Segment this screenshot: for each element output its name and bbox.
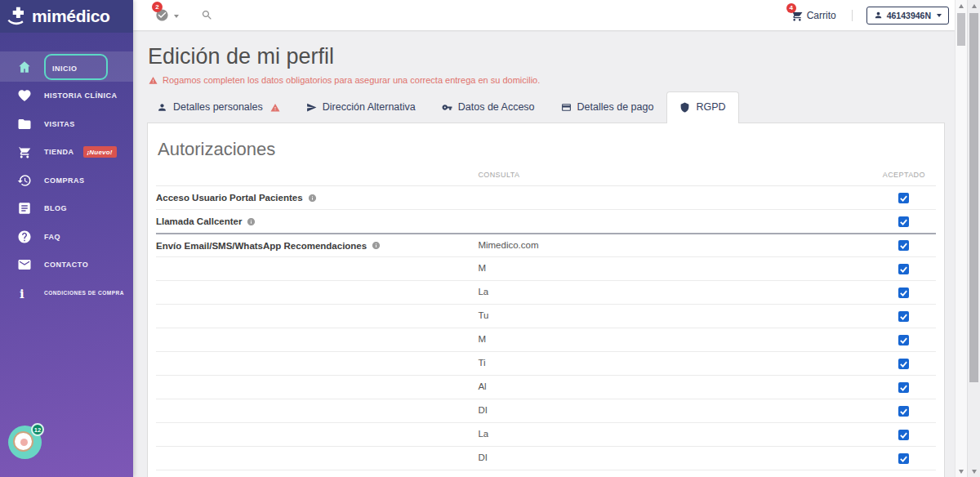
folder-icon [17,117,32,132]
scroll-down-icon[interactable] [968,466,980,477]
search-button[interactable] [201,9,213,21]
tab-label: RGPD [696,101,725,114]
info-icon: i [20,287,30,299]
consulta-value: Al [478,381,486,391]
newspaper-icon [17,201,32,216]
tab-label: Detalles personales [173,101,263,114]
window-scrollbar[interactable] [967,0,980,477]
notification-badge: 2 [152,2,163,12]
user-id: 46143946N [887,11,931,20]
accepted-checkbox[interactable] [898,216,909,227]
authorizations-table: CONSULTA ACEPTADO Acceso Usuario Portal … [156,171,936,470]
warning-triangle-icon [149,76,158,85]
table-row: Acceso Usuario Portal Pacientes [156,186,936,210]
column-header-name [156,171,478,186]
active-item-outline: INICIO [44,54,108,80]
sidebar-item-label: COMPRAS [44,176,85,185]
sidebar-nav: INICIOHISTORIA CLÍNICAVISITASTIENDA¡Nuev… [0,51,133,307]
new-badge: ¡Nuevo! [83,146,117,158]
table-row: Ti [156,352,936,376]
notifications-button[interactable]: 2 [155,8,179,22]
sidebar-item-blog[interactable]: BLOG [0,194,133,223]
table-row: La [156,423,936,447]
sidebar-item-label: CONDICIONES DE COMPRA [44,290,124,296]
tab-detalles-personales[interactable]: Detalles personales [144,91,293,123]
authorization-name: Envío Email/SMS/WhatsApp Recomendaciones [156,241,367,251]
user-icon [157,102,167,113]
brand-logo[interactable]: mimédico [0,0,133,33]
scroll-down-icon[interactable] [956,466,967,477]
warning-icon [270,103,280,113]
consulta-value: DI [478,405,488,415]
inner-scrollbar[interactable] [955,0,967,477]
table-row: Llamada Callcenter [156,210,936,234]
caret-down-icon [174,15,179,18]
heartbeat-icon [17,88,32,103]
accepted-checkbox[interactable] [898,406,909,417]
accepted-checkbox[interactable] [898,193,909,203]
info-circle-icon[interactable] [308,194,317,203]
sidebar-item-contacto[interactable]: CONTACTO [0,251,133,279]
accepted-checkbox[interactable] [898,335,909,345]
tab-rgpd[interactable]: RGPD [666,91,738,123]
column-header-aceptado: ACEPTADO [872,171,936,186]
tab-panel-rgpd: Autorizaciones CONSULTA ACEPTADO Acceso … [147,123,945,477]
sidebar-item-compras[interactable]: COMPRAS [0,167,133,195]
envelope-icon [17,257,32,272]
form-warning: Rogamos completen los datos obligatorios… [149,75,955,85]
tab-detalles-de-pago[interactable]: Detalles de pago [548,91,667,123]
accepted-checkbox[interactable] [898,240,909,251]
sidebar-item-label: CONTACTO [44,261,88,269]
consulta-value: Ti [478,358,485,368]
table-row: Envío Email/SMS/WhatsApp Recomendaciones… [156,234,936,257]
tab-direccion-alternativa[interactable]: Dirección Alternativa [293,91,429,123]
sidebar-item-historia-clinica[interactable]: HISTORIA CLÍNICA [0,82,133,110]
accepted-checkbox[interactable] [898,311,909,322]
sidebar-item-tienda[interactable]: TIENDA¡Nuevo! [0,138,133,167]
floating-action-button[interactable]: 12 [8,426,42,459]
section-title: Autorizaciones [158,139,936,160]
table-row: Tu [156,305,936,328]
accepted-checkbox[interactable] [898,382,909,393]
table-row: DI [156,447,936,470]
inner-scrollbar-thumb[interactable] [957,13,965,46]
accepted-checkbox[interactable] [898,430,909,440]
search-icon [201,9,213,21]
home-icon [17,60,32,74]
cart-badge: 4 [786,3,796,13]
scroll-up-icon[interactable] [956,0,967,11]
accepted-checkbox[interactable] [898,288,909,298]
profile-tabs: Detalles personalesDirección Alternativa… [144,91,955,123]
question-icon [17,230,32,244]
table-row: Al [156,376,936,399]
sidebar-item-label: VISITAS [44,120,75,128]
sidebar-item-faq[interactable]: FAQ [0,223,133,252]
sidebar-item-label: FAQ [44,233,60,241]
sidebar: mimédico INICIOHISTORIA CLÍNICAVISITASTI… [0,0,133,477]
tab-datos-de-acceso[interactable]: Datos de Acceso [429,91,548,123]
accepted-checkbox[interactable] [898,453,909,464]
cart-label: Carrito [807,10,836,21]
sidebar-item-label: HISTORIA CLÍNICA [44,91,118,100]
sidebar-item-condiciones-de-compra[interactable]: iCONDICIONES DE COMPRA [0,279,133,308]
cart-icon [17,145,32,159]
info-circle-icon[interactable] [247,217,256,226]
table-row: M [156,257,936,281]
table-row: M [156,328,936,352]
scroll-up-icon[interactable] [968,0,980,11]
cart-button[interactable]: 4 Carrito [791,9,836,22]
divider [852,10,853,21]
brand-name: mimédico [32,7,110,26]
send-icon [306,102,317,113]
sidebar-item-visitas[interactable]: VISITAS [0,110,133,139]
sidebar-item-label: INICIO [52,65,78,73]
user-menu-button[interactable]: 46143946N [866,7,949,25]
accepted-checkbox[interactable] [898,359,909,369]
sidebar-item-inicio[interactable]: INICIO [0,51,133,82]
tab-label: Datos de Acceso [458,101,535,114]
info-circle-icon[interactable] [372,241,381,250]
accepted-checkbox[interactable] [898,264,909,274]
window-scrollbar-thumb[interactable] [969,13,978,382]
main-content: Edición de mi perfil Rogamos completen l… [133,30,955,477]
tab-label: Detalles de pago [577,101,654,114]
